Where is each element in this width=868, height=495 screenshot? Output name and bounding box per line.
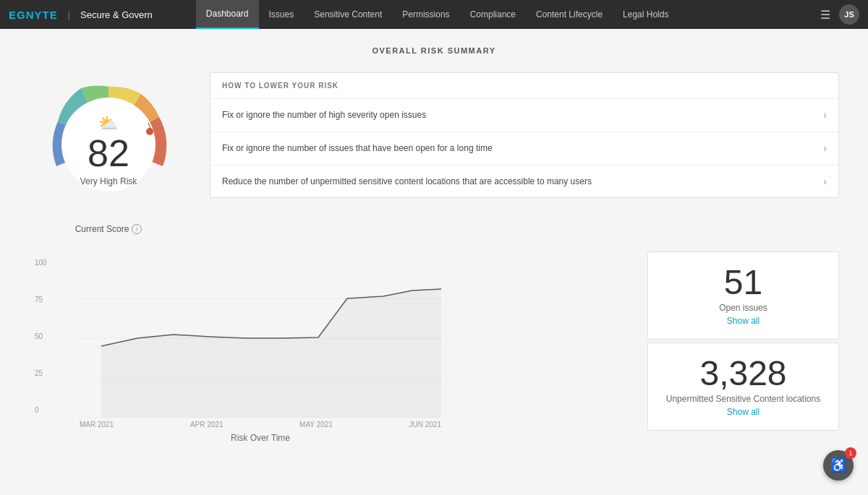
chevron-right-icon-0: ›: [823, 109, 827, 121]
risk-tip-text-0: Fix or ignore the number of high severit…: [222, 109, 814, 121]
main-nav: DashboardIssuesSensitive ContentPermissi…: [196, 0, 820, 29]
nav-item-compliance[interactable]: Compliance: [460, 0, 526, 29]
y-label-50: 50: [35, 332, 47, 340]
bottom-row: 100 75 50 25 0: [29, 251, 839, 472]
gauge-label: Very High Risk: [80, 176, 137, 186]
x-axis: MAR 2021 APR 2021 MAY 2021 JUN 2021: [80, 421, 441, 429]
brand-subtitle: Secure & Govern: [80, 9, 153, 20]
accessibility-button[interactable]: ♿ 1: [823, 450, 854, 481]
risk-tip-text-2: Reduce the number of unpermitted sensiti…: [222, 176, 814, 188]
y-label-25: 25: [35, 369, 47, 377]
user-avatar[interactable]: JS: [839, 4, 859, 25]
nav-item-sensitive-content[interactable]: Sensitive Content: [304, 0, 392, 29]
egnyte-logo: EGNYTE: [9, 9, 58, 21]
brand: EGNYTE | Secure & Govern: [9, 9, 153, 21]
open-issues-number: 51: [663, 265, 824, 300]
open-issues-label: Open issues: [663, 303, 824, 313]
open-issues-link[interactable]: Show all: [663, 316, 824, 326]
y-label-100: 100: [35, 259, 47, 267]
risk-tip-text-1: Fix or ignore the number of issues that …: [222, 142, 814, 155]
nav-item-permissions[interactable]: Permissions: [392, 0, 459, 29]
svg-point-1: [146, 128, 153, 135]
x-label-may: MAY 2021: [299, 421, 333, 429]
x-label-apr: APR 2021: [190, 421, 224, 429]
gauge-center: ⛅ 82 Very High Risk: [80, 114, 137, 186]
x-label-jun: JUN 2021: [409, 421, 441, 429]
chevron-right-icon-2: ›: [823, 176, 827, 187]
gauge-container: ⛅ 82 Very High Risk: [36, 72, 181, 217]
sensitive-content-box: 3,328 Unpermitted Sensitive Content loca…: [647, 343, 839, 431]
accessibility-badge: 1: [845, 447, 856, 459]
risk-tip-item-1[interactable]: Fix or ignore the number of issues that …: [210, 132, 838, 165]
y-label-75: 75: [35, 296, 47, 304]
nav-item-content-lifecycle[interactable]: Content Lifecycle: [526, 0, 613, 29]
risk-icon: ⛅: [80, 114, 137, 133]
risk-tip-item-2[interactable]: Reduce the number of unpermitted sensiti…: [210, 165, 838, 198]
main-content: OVERALL RISK SUMMARY: [0, 29, 868, 495]
nav-item-legal-holds[interactable]: Legal Holds: [613, 0, 678, 29]
risk-tips-box: HOW TO LOWER YOUR RISK Fix or ignore the…: [210, 72, 839, 198]
x-label-mar: MAR 2021: [80, 421, 114, 429]
nav-item-issues[interactable]: Issues: [259, 0, 305, 29]
gauge-score: 82: [88, 132, 129, 174]
open-issues-box: 51 Open issues Show all: [647, 251, 839, 340]
sensitive-content-number: 3,328: [663, 356, 824, 391]
left-panel: ⛅ 82 Very High Risk Current Score i: [29, 72, 188, 234]
accessibility-icon: ♿: [830, 457, 846, 473]
sensitive-content-label: Unpermitted Sensitive Content locations: [663, 394, 824, 404]
nav-item-dashboard[interactable]: Dashboard: [196, 0, 259, 29]
risk-tips-list: Fix or ignore the number of high severit…: [210, 99, 838, 197]
right-panel: HOW TO LOWER YOUR RISK Fix or ignore the…: [210, 72, 839, 198]
brand-separator: |: [68, 9, 70, 20]
dashboard-layout: ⛅ 82 Very High Risk Current Score i HOW …: [29, 72, 839, 234]
navbar: EGNYTE | Secure & Govern DashboardIssues…: [0, 0, 868, 29]
y-axis: 100 75 50 25 0: [35, 259, 47, 414]
sensitive-content-link[interactable]: Show all: [663, 407, 824, 417]
svg-marker-8: [101, 289, 441, 418]
risk-tips-header: HOW TO LOWER YOUR RISK: [210, 73, 838, 99]
current-score-text: Current Score: [75, 224, 129, 234]
y-label-0: 0: [35, 406, 47, 414]
chart-area: 100 75 50 25 0: [29, 251, 647, 472]
menu-icon[interactable]: ☰: [820, 8, 830, 22]
chart-svg: [80, 259, 441, 418]
chevron-right-icon-1: ›: [823, 142, 827, 154]
risk-tip-item-0[interactable]: Fix or ignore the number of high severit…: [210, 99, 838, 132]
info-icon[interactable]: i: [132, 224, 142, 234]
chart-title: Risk Over Time: [80, 433, 441, 443]
current-score-label: Current Score i: [75, 224, 142, 234]
stats-panel: 51 Open issues Show all 3,328 Unpermitte…: [647, 251, 839, 472]
navbar-right: ☰ JS: [820, 4, 859, 25]
page-title: OVERALL RISK SUMMARY: [29, 46, 839, 55]
